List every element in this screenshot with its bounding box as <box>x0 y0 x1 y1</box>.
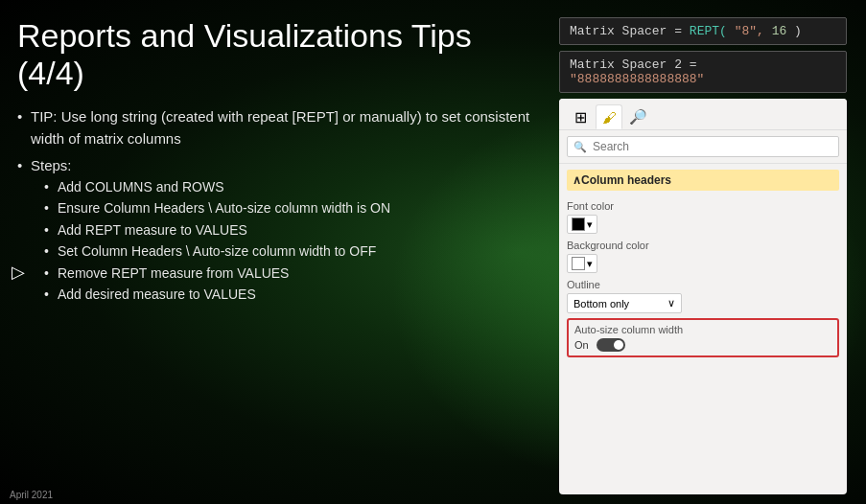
bg-color-group: Background color ▾ <box>567 236 839 275</box>
font-color-label: Font color <box>567 200 839 212</box>
column-headers-header[interactable]: ∧ Column headers <box>567 170 839 191</box>
font-color-group: Font color ▾ <box>567 196 839 236</box>
font-color-chevron: ▾ <box>587 218 593 231</box>
autosize-toggle-label: On <box>574 339 589 351</box>
list-item: Remove REPT measure from VALUES <box>44 263 540 284</box>
bullet-list: TIP: Use long string (created with repea… <box>17 105 540 305</box>
bottom-label: April 2021 <box>10 490 53 500</box>
outline-dropdown[interactable]: Bottom only ∨ <box>567 293 682 313</box>
bg-color-button[interactable]: ▾ <box>567 254 597 273</box>
list-item: Add COLUMNS and ROWS <box>44 176 540 197</box>
outline-value: Bottom only <box>573 298 629 309</box>
bg-color-chevron: ▾ <box>587 258 593 270</box>
bullet-tip: TIP: Use long string (created with repea… <box>17 105 540 150</box>
autosize-toggle-row: On <box>574 338 831 352</box>
formula1-num: 16 <box>764 24 786 38</box>
search-input[interactable] <box>593 140 832 153</box>
formula1-str: "8", <box>727 24 764 38</box>
formula1-close: ) <box>786 24 802 38</box>
toggle-knob <box>614 340 623 350</box>
formula-box-2: Matrix Spacer 2 = "8888888888888888" <box>559 51 847 93</box>
outline-chevron: ∨ <box>667 297 675 309</box>
list-item: Set Column Headers \ Auto-size column wi… <box>44 241 540 262</box>
slide-title: Reports and Visualizations Tips (4/4) <box>17 17 540 92</box>
outline-group: Outline Bottom only ∨ <box>567 275 839 315</box>
section-label: Column headers <box>581 173 671 187</box>
formula2-label: Matrix Spacer 2 = <box>570 57 697 72</box>
fields-tab[interactable]: ⊞ <box>567 104 594 129</box>
font-color-swatch <box>572 218 585 231</box>
format-tab[interactable]: 🖌 <box>596 104 622 129</box>
steps-list: Add COLUMNS and ROWS Ensure Column Heade… <box>44 176 540 305</box>
pbi-tabs: ⊞ 🖌 🔎 <box>559 99 847 130</box>
pbi-panel: ⊞ 🖌 🔎 🔍 ∧ Column headers <box>559 99 847 494</box>
formula1-fn: REPT( <box>690 24 727 38</box>
bg-color-swatch <box>572 257 585 270</box>
right-panel: Matrix Spacer = REPT( "8", 16 ) Matrix S… <box>559 17 847 494</box>
list-item: Add REPT measure to VALUES <box>44 219 540 241</box>
pbi-search-area: 🔍 <box>559 130 847 164</box>
column-headers-section: ∧ Column headers <box>567 164 839 196</box>
left-panel: Reports and Visualizations Tips (4/4) TI… <box>17 17 540 494</box>
bullet-steps: Steps: Add COLUMNS and ROWS Ensure Colum… <box>17 154 540 306</box>
font-color-button[interactable]: ▾ <box>567 215 597 234</box>
pbi-scrollable: ∧ Column headers Font color ▾ Background <box>559 164 847 494</box>
autosize-toggle[interactable] <box>597 338 625 352</box>
bg-color-label: Background color <box>567 240 839 251</box>
cursor-arrow: ▷ <box>12 262 25 283</box>
section-chevron: ∧ <box>573 173 581 187</box>
autosize-label: Auto-size column width <box>574 324 831 335</box>
list-item: Add desired measure to VALUES <box>44 284 540 305</box>
formula-box-1: Matrix Spacer = REPT( "8", 16 ) <box>559 17 847 45</box>
list-item: Ensure Column Headers \ Auto-size column… <box>44 197 540 218</box>
analytics-tab[interactable]: 🔎 <box>624 104 651 129</box>
outline-label: Outline <box>567 279 839 290</box>
formula1-label: Matrix Spacer = <box>570 24 690 38</box>
search-icon: 🔍 <box>573 141 587 153</box>
autosize-section: Auto-size column width On <box>567 318 839 357</box>
search-input-wrapper[interactable]: 🔍 <box>567 136 839 157</box>
formula2-str: "8888888888888888" <box>570 72 704 86</box>
